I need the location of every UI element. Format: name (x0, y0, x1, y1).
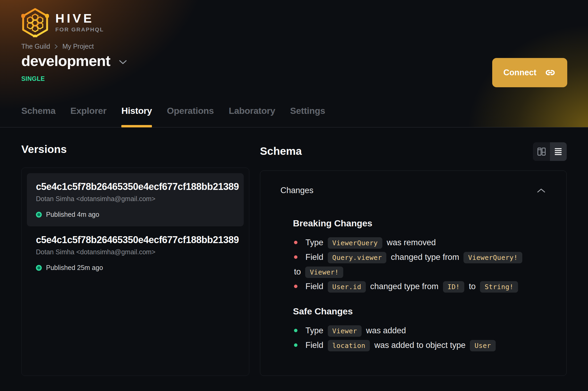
connect-label: Connect (503, 68, 536, 77)
change-text: Field (305, 340, 323, 350)
change-list: Type ViewerQuery was removed Field Query… (293, 235, 545, 294)
change-text: to (469, 282, 476, 291)
version-author: Dotan Simha <dotansimha@gmail.com> (36, 248, 235, 256)
tab-history[interactable]: History (121, 106, 152, 127)
changes-body: Breaking ChangesType ViewerQuery was rem… (260, 195, 566, 353)
breadcrumb-item[interactable]: My Project (62, 43, 94, 50)
change-text: was removed (387, 238, 436, 247)
code-chip: User (470, 340, 495, 351)
change-item: Field Query.viewer changed type from Vie… (294, 250, 545, 279)
bullet-icon (294, 285, 297, 288)
change-section-title: Breaking Changes (293, 218, 545, 228)
chevron-down-icon[interactable] (119, 60, 127, 65)
change-text: was added (366, 326, 406, 335)
change-text: was added to object type (374, 340, 466, 350)
change-text: changed type from (391, 252, 459, 262)
change-text: to (294, 267, 301, 276)
tab-settings[interactable]: Settings (290, 106, 325, 127)
change-item: Field User.id changed type from ID! to S… (294, 279, 545, 294)
chevron-up-icon (537, 188, 546, 193)
schema-heading: Schema (260, 145, 302, 157)
diff-view-button[interactable] (533, 142, 550, 161)
version-status: Published 25m ago (36, 264, 235, 272)
brand-title: HIVE (55, 12, 104, 24)
version-status: Published 4m ago (36, 211, 235, 218)
view-toggle (533, 142, 567, 161)
published-dot-icon (36, 265, 42, 271)
hive-logo-icon (21, 7, 49, 37)
brand-subtitle: FOR GRAPHQL (55, 26, 104, 33)
code-chip: Viewer (328, 325, 362, 337)
code-chip: ViewerQuery! (463, 252, 522, 263)
change-item: Type Viewer was added (294, 323, 545, 338)
change-item: Type ViewerQuery was removed (294, 235, 545, 250)
code-chip: Query.viewer (328, 252, 387, 263)
breadcrumb: The GuildMy Project (21, 43, 94, 50)
versions-heading: Versions (21, 143, 67, 156)
code-chip: Viewer! (305, 267, 343, 278)
code-chip: User.id (328, 281, 366, 293)
code-chip: ID! (443, 281, 465, 293)
change-item: Field location was added to object type … (294, 338, 545, 353)
changes-panel-title: Changes (280, 186, 313, 195)
tab-laboratory[interactable]: Laboratory (229, 106, 275, 127)
version-item[interactable]: c5e4c1c5f78b26465350e4ecf677cf188bb21389… (27, 226, 244, 280)
code-chip: location (328, 340, 370, 351)
code-chip: ViewerQuery (328, 237, 382, 249)
connect-button[interactable]: Connect (492, 58, 567, 87)
version-hash: c5e4c1c5f78b26465350e4ecf677cf188bb21389 (36, 181, 235, 192)
change-text: Field (305, 252, 323, 262)
code-chip: String! (480, 281, 518, 293)
project-type-badge: SINGLE (21, 75, 45, 82)
versions-list: c5e4c1c5f78b26465350e4ecf677cf188bb21389… (21, 168, 249, 376)
version-hash: c5e4c1c5f78b26465350e4ecf677cf188bb21389 (36, 234, 235, 246)
bullet-icon (294, 329, 297, 332)
page-title: development (21, 52, 110, 69)
hive-logo[interactable]: HIVE FOR GRAPHQL (21, 7, 104, 37)
bullet-icon (294, 241, 297, 244)
bullet-icon (294, 255, 297, 259)
tab-explorer[interactable]: Explorer (71, 106, 107, 127)
version-item[interactable]: c5e4c1c5f78b26465350e4ecf677cf188bb21389… (27, 173, 244, 226)
changes-panel: Changes Breaking ChangesType ViewerQuery… (260, 170, 567, 376)
change-section-title: Safe Changes (293, 306, 545, 317)
tab-operations[interactable]: Operations (167, 106, 214, 127)
version-author: Dotan Simha <dotansimha@gmail.com> (36, 195, 235, 203)
version-status-text: Published 4m ago (46, 211, 99, 218)
tab-schema[interactable]: Schema (21, 106, 56, 127)
target-title-row: development (21, 52, 127, 69)
breadcrumb-item[interactable]: The Guild (21, 43, 50, 50)
columns-icon (536, 147, 546, 157)
chevron-right-icon (54, 44, 58, 49)
version-status-text: Published 25m ago (46, 264, 103, 272)
changes-panel-header[interactable]: Changes (260, 171, 566, 195)
link-icon (544, 67, 556, 78)
tab-bar: SchemaExplorerHistoryOperationsLaborator… (21, 106, 325, 127)
change-text: Type (305, 326, 323, 335)
list-icon (553, 147, 563, 157)
list-view-button[interactable] (550, 142, 567, 161)
change-text: Type (305, 238, 323, 247)
bullet-icon (294, 343, 297, 347)
published-dot-icon (36, 212, 42, 218)
change-list: Type Viewer was added Field location was… (293, 323, 545, 353)
page-header: HIVE FOR GRAPHQL The GuildMy Project dev… (0, 0, 588, 127)
change-text: Field (305, 282, 323, 291)
change-text: changed type from (370, 282, 438, 291)
